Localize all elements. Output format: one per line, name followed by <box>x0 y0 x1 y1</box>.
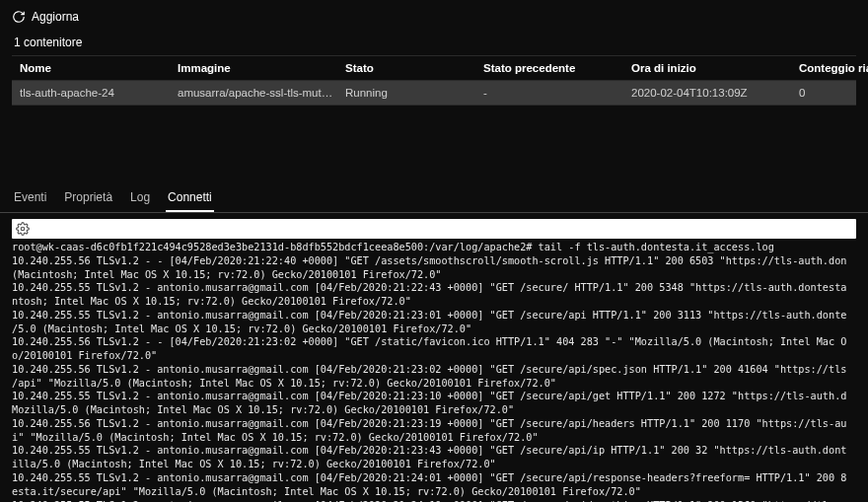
table-header-row[interactable]: Nome Immagine Stato Stato precedente Ora… <box>12 55 856 81</box>
table-row[interactable]: tls-auth-apache-24 amusarra/apache-ssl-t… <box>12 81 856 106</box>
col-header-restart-count[interactable]: Conteggio riavvii <box>799 62 868 74</box>
container-table: Nome Immagine Stato Stato precedente Ora… <box>12 55 856 106</box>
top-section: Aggiorna 1 contenitore Nome Immagine Sta… <box>0 0 868 106</box>
svg-point-0 <box>21 227 25 231</box>
col-header-state[interactable]: Stato <box>345 62 483 74</box>
col-header-start-time[interactable]: Ora di inizio <box>631 62 799 74</box>
refresh-label: Aggiorna <box>32 10 79 24</box>
tab-properties[interactable]: Proprietà <box>62 184 114 212</box>
gear-icon[interactable] <box>16 222 30 236</box>
cell-prev-state: - <box>483 87 631 99</box>
tab-events[interactable]: Eventi <box>12 184 48 212</box>
cell-image: amusarra/apache-ssl-tls-mutual... <box>178 87 345 99</box>
console-toolbar <box>12 219 856 239</box>
refresh-button[interactable]: Aggiorna <box>12 8 856 30</box>
cell-state: Running <box>345 87 483 99</box>
tabs-bar: Eventi Proprietà Log Connetti <box>0 184 868 213</box>
terminal-output[interactable]: root@wk-caas-d6c0fb1f221c494c9528ed3e3be… <box>12 241 856 502</box>
cell-start-time: 2020-02-04T10:13:09Z <box>631 87 799 99</box>
terminal-text: root@wk-caas-d6c0fb1f221c494c9528ed3e3be… <box>12 242 846 502</box>
cell-name: tls-auth-apache-24 <box>20 87 178 99</box>
container-count: 1 contenitore <box>12 30 856 55</box>
tab-log[interactable]: Log <box>128 184 152 212</box>
refresh-icon <box>12 10 26 24</box>
col-header-image[interactable]: Immagine <box>178 62 345 74</box>
cell-restart-count: 0 <box>799 87 868 99</box>
col-header-name[interactable]: Nome <box>20 62 178 74</box>
tab-connect[interactable]: Connetti <box>166 184 214 212</box>
col-header-prev-state[interactable]: Stato precedente <box>483 62 631 74</box>
